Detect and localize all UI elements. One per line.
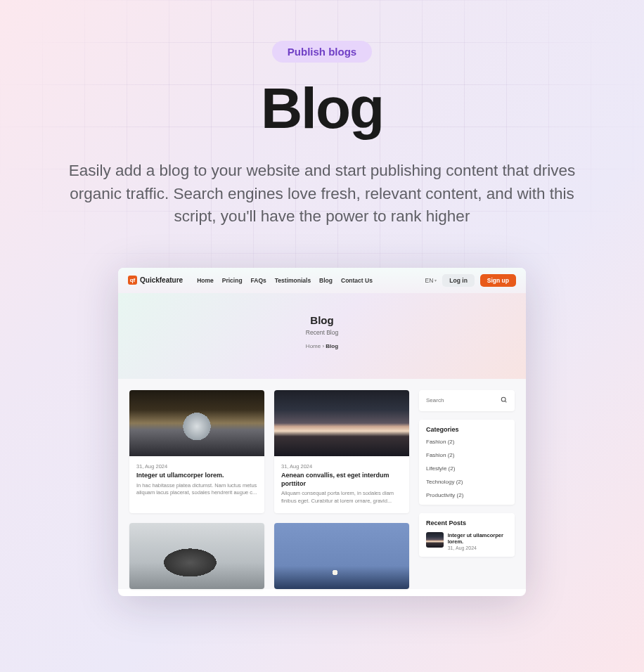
language-label: EN [425, 277, 434, 284]
app-header: qf Quickfeature Home Pricing FAQs Testim… [118, 268, 526, 293]
post-excerpt: Aliquam consequat porta lorem, in sodale… [281, 490, 402, 505]
post-title: Integer ut ullamcorper lorem. [136, 472, 257, 480]
breadcrumb-home[interactable]: Home [306, 343, 321, 349]
post-title: Aenean convallis, est eget interdum port… [281, 472, 402, 488]
nav-faqs[interactable]: FAQs [251, 277, 266, 284]
categories-heading: Categories [426, 426, 508, 433]
posts-grid: 31, Aug 2024 Integer ut ullamcorper lore… [129, 390, 409, 589]
login-button[interactable]: Log in [442, 274, 475, 287]
category-item[interactable]: Technology (2) [426, 479, 508, 485]
categories-list: Fashion (2) Fashion (2) Lifestyle (2) Te… [426, 439, 508, 498]
post-date: 31, Aug 2024 [281, 463, 402, 470]
recent-post-item[interactable]: Integer ut ullamcorper lorem. 31, Aug 20… [426, 532, 508, 550]
recent-posts-panel: Recent Posts Integer ut ullamcorper lore… [419, 513, 515, 557]
nav-testimonials[interactable]: Testimonials [275, 277, 311, 284]
page-title: Blog [118, 314, 526, 326]
product-screenshot: qf Quickfeature Home Pricing FAQs Testim… [118, 268, 526, 596]
post-card[interactable]: 31, Aug 2024 Integer ut ullamcorper lore… [129, 390, 264, 513]
category-item[interactable]: Lifestyle (2) [426, 465, 508, 472]
signup-button[interactable]: Sign up [480, 274, 516, 287]
hero-title: Blog [261, 75, 383, 141]
chevron-down-icon: ▾ [434, 278, 437, 283]
post-image [274, 523, 409, 589]
post-image [129, 523, 264, 589]
post-card[interactable] [274, 523, 409, 589]
breadcrumb-current: Blog [326, 343, 338, 349]
nav-contact[interactable]: Contact Us [341, 277, 373, 284]
recent-post-info: Integer ut ullamcorper lorem. 31, Aug 20… [448, 532, 508, 550]
hero-subtitle: Easily add a blog to your website and st… [55, 160, 589, 228]
category-item[interactable]: Fashion (2) [426, 452, 508, 458]
categories-panel: Categories Fashion (2) Fashion (2) Lifes… [419, 420, 515, 505]
post-excerpt: In hac habitasse platea dictumst. Nam lu… [136, 482, 257, 497]
search-icon[interactable] [501, 396, 508, 405]
post-card-body: 31, Aug 2024 Aenean convallis, est eget … [274, 456, 409, 513]
recent-post-date: 31, Aug 2024 [448, 545, 508, 550]
main-nav: Home Pricing FAQs Testimonials Blog Cont… [197, 277, 373, 284]
hero-badge: Publish blogs [272, 41, 372, 63]
search-input[interactable] [426, 397, 496, 403]
content-body: 31, Aug 2024 Integer ut ullamcorper lore… [118, 379, 526, 589]
brand-icon: qf [128, 276, 137, 285]
page-hero: Blog Recent Blog Home › Blog [118, 293, 526, 379]
post-image [129, 390, 264, 456]
sidebar: Categories Fashion (2) Fashion (2) Lifes… [419, 390, 515, 589]
language-selector[interactable]: EN ▾ [425, 277, 437, 284]
nav-home[interactable]: Home [197, 277, 214, 284]
page-container: Publish blogs Blog Easily add a blog to … [0, 0, 644, 672]
svg-point-0 [501, 397, 505, 401]
page-subtitle: Recent Blog [118, 329, 526, 336]
header-right: EN ▾ Log in Sign up [425, 274, 516, 287]
post-card[interactable] [129, 523, 264, 589]
post-card[interactable]: 31, Aug 2024 Aenean convallis, est eget … [274, 390, 409, 513]
post-date: 31, Aug 2024 [136, 463, 257, 470]
search-panel [419, 390, 515, 411]
breadcrumb-separator: › [322, 343, 324, 349]
post-image [274, 390, 409, 456]
nav-pricing[interactable]: Pricing [222, 277, 243, 284]
post-card-body: 31, Aug 2024 Integer ut ullamcorper lore… [129, 456, 264, 505]
svg-line-1 [505, 401, 506, 402]
nav-blog[interactable]: Blog [319, 277, 333, 284]
recent-post-title: Integer ut ullamcorper lorem. [448, 532, 508, 545]
category-item[interactable]: Productivity (2) [426, 492, 508, 498]
brand-name: Quickfeature [140, 276, 183, 284]
recent-posts-heading: Recent Posts [426, 519, 508, 526]
recent-post-thumb [426, 532, 444, 548]
category-item[interactable]: Fashion (2) [426, 439, 508, 445]
breadcrumb: Home › Blog [118, 343, 526, 349]
brand[interactable]: qf Quickfeature [128, 276, 183, 285]
